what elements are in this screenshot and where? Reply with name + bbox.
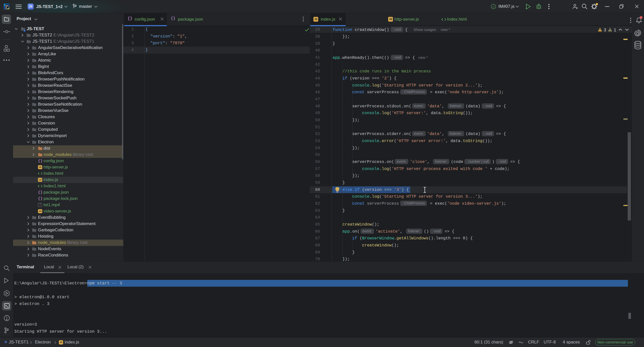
svg-text:3: 3 xyxy=(604,28,606,32)
svg-text:JS: JS xyxy=(492,6,495,8)
svg-text:1: 1 xyxy=(614,28,616,32)
